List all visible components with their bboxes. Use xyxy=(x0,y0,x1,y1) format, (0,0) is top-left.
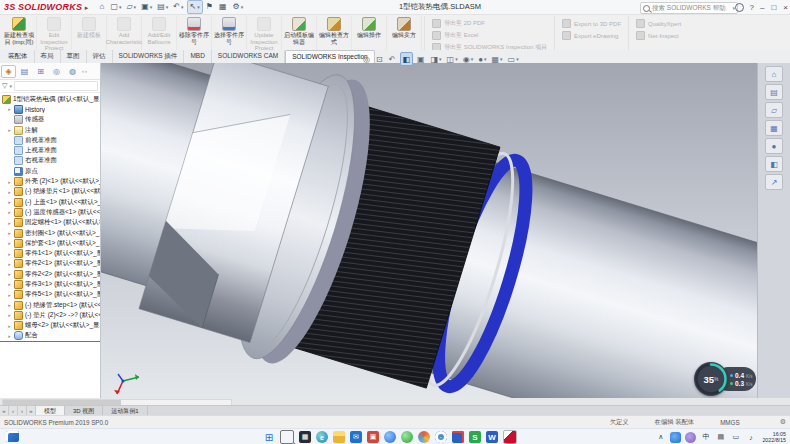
expand-arrow-icon[interactable]: ▸ xyxy=(7,333,12,339)
taskbar-icon[interactable] xyxy=(401,431,413,443)
ribbon-button[interactable]: 移除零件序号 xyxy=(177,16,212,51)
tree-item[interactable]: ▸ 零件2<2> (默认<<默认>_显示状态 xyxy=(0,269,100,279)
view-tool-button[interactable]: ◉ ▾ xyxy=(462,53,475,65)
expand-arrow-icon[interactable]: ▸ xyxy=(7,240,12,246)
expand-arrow-icon[interactable]: ▸ xyxy=(7,220,12,226)
tree-item[interactable]: ▸ 保护套<1> (默认<<默认>_显示状 xyxy=(0,238,100,248)
tree-item[interactable]: ▸ (-) 垫片 (2)<2> ->? (默认<<默认 xyxy=(0,310,100,320)
export-menu-item[interactable]: Export to 3D PDF xyxy=(562,19,621,28)
tray-icon[interactable]: ▭ xyxy=(730,432,741,443)
tree-item[interactable]: ▸ 零件3<1> (默认<<默认>_显示状态 xyxy=(0,279,100,289)
ribbon-button[interactable]: 新建检查项目 (imp;同) xyxy=(2,16,37,51)
command-tab[interactable]: 装配体 xyxy=(2,50,35,63)
tree-item[interactable]: ▸ 配合 xyxy=(0,331,100,341)
quick-tool-button[interactable]: ⌂ xyxy=(98,1,108,13)
ribbon-button[interactable]: Update Inspection Project xyxy=(247,16,282,51)
command-tab[interactable]: 布局 xyxy=(35,50,61,63)
ribbon-button[interactable]: 选择零件序号 xyxy=(212,16,247,51)
expand-arrow-icon[interactable]: ▸ xyxy=(7,261,12,267)
expand-arrow-icon[interactable]: ▸ xyxy=(7,199,12,205)
panel-tab-scroll-arrow[interactable]: ‹ xyxy=(82,68,84,74)
tray-icon[interactable] xyxy=(670,432,681,443)
task-pane-tab[interactable]: ◧ xyxy=(765,156,783,172)
ribbon-button[interactable]: 新建模板 xyxy=(72,16,107,51)
filter-caret-icon[interactable]: ▾ xyxy=(9,83,12,89)
login-user-icon[interactable] xyxy=(735,3,744,12)
expand-arrow-icon[interactable]: ▸ xyxy=(7,230,12,236)
filter-funnel-icon[interactable]: ▽ xyxy=(2,82,7,90)
tree-item[interactable]: 上视基准面 xyxy=(0,145,100,155)
task-pane-tab[interactable]: ▱ xyxy=(765,102,783,118)
quick-tool-button[interactable]: ↶▾ xyxy=(171,1,185,13)
quick-tool-button[interactable]: ⚙▾ xyxy=(230,1,245,13)
expand-arrow-icon[interactable]: ▸ xyxy=(7,209,12,215)
view-tool-button[interactable]: ◨ ▾ xyxy=(430,53,443,65)
quick-tool-button[interactable]: ▦ xyxy=(217,1,230,13)
export-menu-item[interactable]: Export eDrawing xyxy=(562,31,621,40)
taskbar-icon[interactable]: e xyxy=(316,431,328,443)
quick-tool-button[interactable]: ⚑ xyxy=(204,1,216,13)
expand-arrow-icon[interactable]: ▸ xyxy=(7,323,12,329)
panel-tab[interactable]: ◍ xyxy=(65,65,80,78)
tree-item[interactable]: ▸ 螺母<2> (默认<<默认>_显示状态 xyxy=(0,321,100,331)
quick-tool-button[interactable]: ▤▾ xyxy=(155,1,170,13)
taskbar-icon[interactable] xyxy=(435,431,447,443)
panel-tab-scroll-arrow[interactable]: › xyxy=(85,68,87,74)
taskbar-icon[interactable]: W xyxy=(486,431,498,443)
panel-tab[interactable]: ◎ xyxy=(49,65,64,78)
view-tool-button[interactable]: ◫ ▾ xyxy=(446,53,459,65)
tree-item[interactable]: ▸ 零件5<1> (默认<<默认>_显示状态 xyxy=(0,290,100,300)
panel-tab[interactable]: ◈ xyxy=(1,65,16,78)
taskbar-icon[interactable]: S xyxy=(469,431,481,443)
tree-item[interactable]: ▸ 密封圈<1> (默认<<默认>_显示状 xyxy=(0,228,100,238)
tree-item[interactable]: 前视基准面 xyxy=(0,135,100,145)
tree-item[interactable]: ▸ 外壳 (2)<1> (默认<<默认>_显示状 xyxy=(0,176,100,186)
task-pane-tab[interactable]: ▤ xyxy=(765,84,783,100)
widgets-button[interactable] xyxy=(6,431,19,442)
panel-tab[interactable]: ⊞ xyxy=(33,65,48,78)
tree-item[interactable]: ▸ 固定螺栓<1> (默认<<默认>_显示状 xyxy=(0,218,100,228)
expand-arrow-icon[interactable]: ▸ xyxy=(7,281,12,287)
quick-tool-button[interactable]: ▱▾ xyxy=(124,1,138,13)
expand-arrow-icon[interactable]: ▸ xyxy=(7,189,12,195)
task-pane-tab[interactable]: ▦ xyxy=(765,120,783,136)
tree-item[interactable]: ▸ 零件1<1> (默认<<默认>_显示状态 xyxy=(0,248,100,258)
command-tab[interactable]: MBD xyxy=(184,50,211,63)
view-tool-button[interactable]: ▣ xyxy=(416,53,427,65)
quick-tool-button[interactable]: ▣▾ xyxy=(139,1,154,13)
expand-arrow-icon[interactable]: ▸ xyxy=(7,179,12,185)
view-tool-button[interactable]: ▭ ▾ xyxy=(507,53,520,65)
taskbar-icon[interactable]: ⊞ xyxy=(263,431,275,443)
window-control-button[interactable]: × xyxy=(783,3,788,12)
panel-tab[interactable]: ▤ xyxy=(17,65,32,78)
export-menu-item[interactable]: Net-Inspect xyxy=(636,31,681,40)
net-speed-overlay[interactable]: 0.4K/s 0.3K/s 35% xyxy=(694,362,756,396)
task-pane-tab[interactable]: ↗ xyxy=(765,174,783,190)
quick-tool-button[interactable]: ▢▾ xyxy=(108,1,123,13)
tree-root-item[interactable]: 1型铠装热电偶 (默认<默认_显示状态-1 xyxy=(0,94,100,104)
command-tab[interactable]: SOLIDWORKS 插件 xyxy=(113,50,185,63)
command-tab[interactable]: 草图 xyxy=(61,50,87,63)
help-button[interactable]: ? xyxy=(750,3,754,12)
taskbar-icon[interactable] xyxy=(384,431,396,443)
help-search-input[interactable]: 搜索 SOLIDWORKS 帮助 ▾ xyxy=(640,2,738,14)
view-tool-button[interactable]: ◎ xyxy=(362,53,372,65)
ribbon-button[interactable]: Add Characteristic xyxy=(107,16,142,51)
tree-item[interactable]: ▸ 注解 xyxy=(0,125,100,135)
ribbon-button[interactable]: 编辑卖方 xyxy=(387,16,422,51)
tree-item[interactable]: ▸ (-) 上盖<1> (默认<<默认>_显示状 xyxy=(0,197,100,207)
view-tool-button[interactable]: ↶ xyxy=(388,53,398,65)
tray-icon[interactable]: 中 xyxy=(700,432,711,443)
percent-gauge[interactable]: 35% xyxy=(694,362,728,396)
tree-item[interactable]: 原点 xyxy=(0,166,100,176)
view-tool-button[interactable]: ▦ ▾ xyxy=(491,53,504,65)
taskbar-icon[interactable] xyxy=(333,431,345,443)
taskbar-icon[interactable] xyxy=(280,430,294,444)
taskbar-icon[interactable] xyxy=(418,431,430,443)
ribbon-button[interactable]: Edit Inspection Project xyxy=(37,16,72,51)
filter-input[interactable] xyxy=(14,81,98,91)
task-pane-tab[interactable]: ⌂ xyxy=(765,66,783,82)
command-tab[interactable]: SOLIDWORKS CAM xyxy=(212,50,285,63)
command-tab[interactable]: 评估 xyxy=(87,50,113,63)
status-gear-icon[interactable]: ⚙ xyxy=(780,418,786,426)
